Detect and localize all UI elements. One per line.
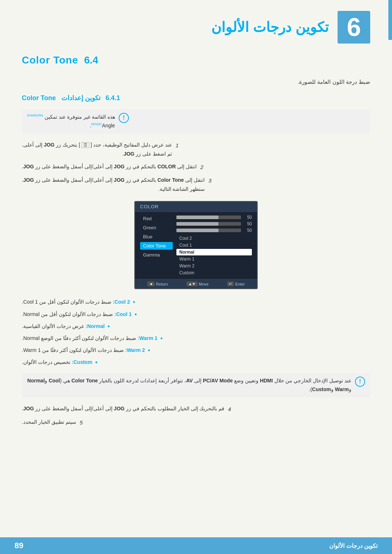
bullet-cool1-text: Cool 1: ضبط درجات الألوان لتكون أقل من N…: [22, 310, 132, 319]
color-menu-title: COLOR: [135, 202, 257, 212]
bullet-dot: •: [148, 346, 150, 355]
enter-label: Enter: [235, 282, 245, 286]
ct-custom: Custom: [176, 270, 252, 276]
step-5: 5 سيتم تطبيق الخيار المحدد.: [22, 418, 370, 427]
enter-icon: ↵: [227, 282, 234, 286]
red-bar-val: 50: [244, 215, 252, 220]
sub-section-title-prefix: تكوين إعدادات: [61, 94, 101, 102]
steps-list: 1 عند عرض دليل المفاتيح الوظيفية، حدد [ …: [22, 140, 370, 194]
menu-item-blue: Blue: [140, 233, 173, 241]
bullet-custom-text: Custom: تخصيص درجات الألوان.: [22, 358, 92, 367]
step-3: 3 انتقل إلى Color Tone بالتحكم في زر JOG…: [22, 176, 370, 194]
sub-section-heading: 6.4.1 تكوين إعدادات Color Tone: [22, 94, 370, 102]
bullet-custom: • Custom: تخصيص درجات الألوان.: [22, 358, 370, 367]
step-1: 1 عند عرض دليل المفاتيح الوظيفية، حدد [ …: [22, 140, 370, 159]
color-menu-footer: ◄ Return ▲▼ Move ↵ Enter: [135, 279, 257, 288]
note-text-1: هذه القائمة غير متوفرة عند تمكين SAMSUNG…: [27, 113, 115, 130]
sub-section-number: 6.4.1: [106, 94, 120, 102]
bullet-cool2: • Cool 2: ضبط درجات الألوان لتكون أقل من…: [22, 298, 370, 307]
bullet-cool2-text: Cool 2: ضبط درجات الألوان لتكون أقل من C…: [22, 298, 130, 307]
green-bar-val: 50: [244, 221, 252, 226]
red-bar-row: 50: [176, 215, 252, 220]
step-5-num: 5: [80, 418, 83, 427]
bullet-warm1: • Warm 1: ضبط درجات الألوان لتكون أكثر د…: [22, 334, 370, 343]
step-3-num: 3: [208, 176, 211, 185]
red-bar-fill: [176, 216, 219, 219]
bullet-dot: •: [95, 358, 97, 367]
chapter-header: تكوين درجات الألوان 6: [0, 0, 392, 47]
bullet-warm2-text: Warm 2: ضبط درجات الألوان لتكون أكثر دفئ…: [22, 346, 145, 355]
steps-list-2: 4 قم بالتحريك إلى الخيار المطلوب بالتحكم…: [22, 404, 370, 427]
move-icon: ▲▼: [187, 282, 197, 286]
bullet-dot: •: [133, 298, 135, 307]
ct-normal: Normal: [176, 249, 252, 255]
color-menu-screenshot: COLOR Red Green Blue Color Tone Gamma: [22, 201, 370, 289]
footer-page: 89: [15, 541, 23, 550]
color-menu-box: COLOR Red Green Blue Color Tone Gamma: [134, 201, 258, 289]
green-bar-track: [176, 222, 241, 226]
chapter-number: 6: [338, 11, 370, 44]
section-number: 6.4: [84, 54, 98, 66]
step-4-num: 4: [228, 404, 231, 414]
sub-section-title-suffix: Color Tone: [22, 94, 56, 102]
color-menu-left: Red Green Blue Color Tone Gamma: [140, 215, 173, 276]
footer-title: تكوين درجات الألوان: [329, 542, 377, 549]
note-box-2: ! عند توصيل الإدخال الخارجي من خلال HDMI…: [22, 373, 370, 398]
step-3-text: انتقل إلى Color Tone بالتحكم في زر JOG إ…: [22, 176, 205, 194]
blue-bar-fill: [176, 229, 219, 232]
blue-bar-track: [176, 229, 241, 232]
note-icon-2: !: [355, 377, 365, 387]
menu-item-gamma: Gamma: [140, 251, 173, 259]
color-tone-dropdown: Cool 2 Cool 1 Normal Warm 1 Warm 2 Custo…: [176, 235, 252, 276]
note-icon-1: !: [119, 113, 129, 123]
step-4-text: قم بالتحريك إلى الخيار المطلوب بالتحكم ف…: [22, 404, 224, 413]
footer-bar: تكوين درجات الألوان 89: [0, 537, 392, 554]
note-box-1: ! هذه القائمة غير متوفرة عند تمكين SAMSU…: [22, 109, 370, 134]
bullet-warm1-text: Warm 1: ضبط درجات الألوان لتكون أكثر دفئ…: [22, 334, 158, 343]
step-1-num: 1: [176, 140, 179, 150]
footer-enter: ↵ Enter: [227, 282, 245, 286]
step-1-text: عند عرض دليل المفاتيح الوظيفية، حدد [ ☰ …: [22, 140, 172, 159]
bullet-normal: • Normal: عرض درجات الألوان القياسية.: [22, 322, 370, 331]
chapter-accent-bar: [388, 0, 392, 40]
chapter-title: تكوين درجات الألوان: [211, 19, 328, 35]
bullet-dot: •: [107, 322, 110, 331]
menu-item-green: Green: [140, 224, 173, 231]
bullet-normal-text: Normal: عرض درجات الألوان القياسية.: [22, 322, 105, 331]
step-5-text: سيتم تطبيق الخيار المحدد.: [22, 418, 76, 427]
blue-bar-row: 50: [176, 228, 252, 233]
sub-section-title: تكوين إعدادات Color Tone: [22, 94, 101, 102]
color-menu-right: 50 50 50: [176, 215, 252, 276]
section-description: ضبط درجة اللون العامة للصورة.: [22, 77, 370, 87]
ct-warm1: Warm 1: [176, 256, 252, 262]
ct-warm2: Warm 2: [176, 263, 252, 269]
note-text-2: عند توصيل الإدخال الخارجي من خلال HDMI و…: [27, 377, 351, 394]
step-2: 2 انتقل إلى COLOR بالتحكم في زر JOG إلى …: [22, 162, 370, 172]
ct-cool1: Cool 1: [176, 242, 252, 249]
return-label: Return: [156, 282, 168, 286]
bullet-dot: •: [135, 310, 137, 319]
return-icon: ◄: [147, 282, 155, 286]
menu-item-red: Red: [140, 215, 173, 222]
green-bar-fill: [176, 222, 219, 226]
bullet-cool1: • Cool 1: ضبط درجات الألوان لتكون أقل من…: [22, 310, 370, 319]
bullet-dot: •: [160, 334, 163, 343]
footer-move: ▲▼ Move: [187, 282, 209, 286]
main-content: 6.4 Color Tone ضبط درجة اللون العامة للص…: [0, 54, 392, 456]
section-heading: 6.4 Color Tone: [22, 54, 370, 66]
move-label: Move: [199, 282, 209, 286]
step-2-text: انتقل إلى COLOR بالتحكم في زر JOG إلى أع…: [22, 162, 197, 171]
ct-cool2: Cool 2: [176, 235, 252, 242]
green-bar-row: 50: [176, 221, 252, 226]
bullet-warm2: • Warm 2: ضبط درجات الألوان لتكون أكثر د…: [22, 346, 370, 355]
step-2-num: 2: [200, 162, 203, 172]
red-bar-track: [176, 216, 241, 219]
step-4: 4 قم بالتحريك إلى الخيار المطلوب بالتحكم…: [22, 404, 370, 414]
menu-item-color-tone: Color Tone: [140, 242, 173, 250]
color-menu-body: Red Green Blue Color Tone Gamma 50: [135, 212, 257, 279]
section-title: Color Tone: [22, 54, 78, 66]
blue-bar-val: 50: [244, 228, 252, 233]
footer-return: ◄ Return: [147, 282, 168, 286]
bullet-list: • Cool 2: ضبط درجات الألوان لتكون أقل من…: [22, 298, 370, 367]
